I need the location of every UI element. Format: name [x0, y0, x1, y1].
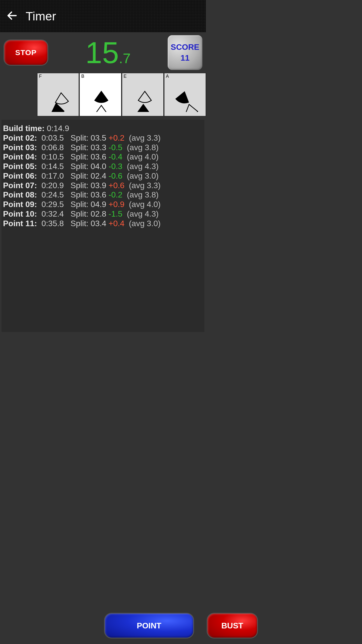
timer-decimal: .7 — [119, 50, 131, 66]
formation-card[interactable]: A — [164, 73, 206, 116]
split-log[interactable]: Build time: 0:14.9Point 02: 0:03.5 Split… — [2, 120, 204, 332]
point-row: Point 02: 0:03.5 Split: 03.5 +0.2 (avg 3… — [3, 133, 203, 143]
build-time-row: Build time: 0:14.9 — [3, 124, 203, 133]
card-letter: A — [166, 74, 169, 79]
timer-seconds: 15 — [85, 36, 119, 69]
back-arrow-icon[interactable] — [6, 10, 18, 23]
formation-icon — [171, 79, 201, 112]
formation-icon — [44, 79, 74, 112]
score-button[interactable]: SCORE 11 — [168, 35, 202, 70]
point-row: Point 09: 0:29.5 Split: 04.9 +0.9 (avg 4… — [3, 200, 203, 209]
formation-icon — [87, 79, 116, 112]
point-row: Point 11: 0:35.8 Split: 03.4 +0.4 (avg 3… — [3, 219, 203, 228]
formation-cards[interactable]: F B E A — [0, 73, 206, 116]
score-label: SCORE — [171, 42, 199, 53]
top-controls: STOP 15.7 SCORE 11 — [0, 32, 206, 72]
point-row: Point 06: 0:17.0 Split: 02.4 -0.6 (avg 3… — [3, 171, 203, 181]
formation-icon — [129, 79, 158, 112]
card-letter: F — [39, 74, 42, 79]
point-row: Point 03: 0:06.8 Split: 03.3 -0.5 (avg 3… — [3, 143, 203, 152]
point-row: Point 07: 0:20.9 Split: 03.9 +0.6 (avg 3… — [3, 181, 203, 190]
stop-button-label: STOP — [15, 48, 36, 57]
point-row: Point 08: 0:24.5 Split: 03.6 -0.2 (avg 3… — [3, 190, 203, 200]
app-bar: Timer — [0, 0, 206, 32]
stop-button[interactable]: STOP — [4, 39, 48, 66]
score-value: 11 — [180, 53, 190, 63]
point-row: Point 05: 0:14.5 Split: 04.0 -0.3 (avg 4… — [3, 162, 203, 171]
page-title: Timer — [26, 9, 56, 23]
formation-card[interactable]: B — [79, 73, 121, 116]
formation-card[interactable]: E — [122, 73, 164, 116]
formation-card[interactable]: F — [37, 73, 79, 116]
card-letter: E — [124, 74, 127, 79]
timer-display: 15.7 — [51, 37, 165, 68]
point-row: Point 04: 0:10.5 Split: 03.6 -0.4 (avg 4… — [3, 152, 203, 162]
point-row: Point 10: 0:32.4 Split: 02.8 -1.5 (avg 4… — [3, 209, 203, 219]
card-letter: B — [81, 74, 84, 79]
